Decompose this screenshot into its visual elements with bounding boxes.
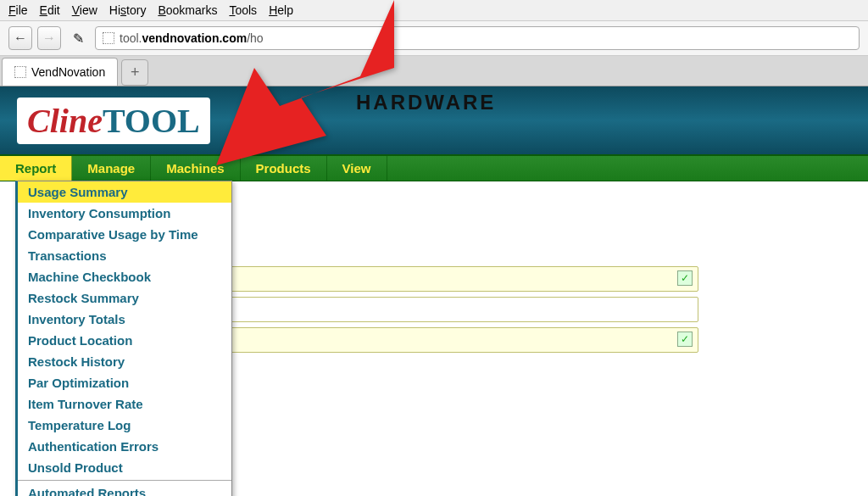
report-dropdown: Usage Summary Inventory Consumption Comp… — [15, 181, 232, 496]
dropdown-item-auth-errors[interactable]: Authentication Errors — [18, 436, 231, 457]
nav-machines[interactable]: Machines — [151, 156, 240, 181]
tabs-row: VendNovation + — [0, 56, 868, 86]
dropdown-item-temperature-log[interactable]: Temperature Log — [18, 415, 231, 436]
alert-action-button[interactable]: ✓ — [677, 332, 693, 347]
arrow-left-icon: ← — [14, 31, 27, 46]
browser-menu-bar: File Edit View History Bookmarks Tools H… — [0, 0, 868, 21]
dropdown-item-inventory-totals[interactable]: Inventory Totals — [18, 309, 231, 330]
nav-report[interactable]: Report — [0, 156, 72, 181]
dropdown-item-par-optimization[interactable]: Par Optimization — [18, 372, 231, 393]
dropdown-item-unsold-product[interactable]: Unsold Product — [18, 457, 231, 478]
alert-action-button[interactable]: ✓ — [677, 270, 693, 286]
dropdown-item-item-turnover[interactable]: Item Turnover Rate — [18, 393, 231, 415]
check-icon: ✓ — [681, 333, 689, 345]
dropdown-item-restock-history[interactable]: Restock History — [18, 351, 231, 372]
nav-products[interactable]: Products — [241, 156, 327, 181]
tab-title: VendNovation — [31, 65, 105, 79]
arrow-right-icon: → — [42, 31, 56, 46]
logo: ClineTOOL — [17, 98, 210, 144]
new-tab-button[interactable]: + — [121, 59, 148, 86]
menu-file[interactable]: File — [8, 3, 28, 17]
browser-toolbar: ← → ✎ tool.vendnovation.com/ho — [0, 21, 868, 56]
header-decor-text: HARDWARE — [356, 91, 496, 114]
pencil-icon: ✎ — [73, 31, 84, 47]
url-text: tool.vendnovation.com/ho — [120, 31, 264, 45]
dropdown-item-product-location[interactable]: Product Location — [18, 330, 231, 351]
menu-bookmarks[interactable]: Bookmarks — [158, 3, 217, 17]
dropdown-item-automated-reports[interactable]: Automated Reports — [18, 482, 231, 496]
dropdown-item-usage-summary[interactable]: Usage Summary — [18, 181, 231, 203]
app-header: ClineTOOL HARDWARE — [0, 86, 868, 154]
dropdown-item-restock-summary[interactable]: Restock Summary — [18, 287, 231, 309]
url-bar[interactable]: tool.vendnovation.com/ho — [95, 26, 860, 50]
menu-edit[interactable]: Edit — [40, 3, 60, 17]
tab-favicon-icon — [14, 66, 26, 78]
plus-icon: + — [131, 64, 140, 81]
nav-manage[interactable]: Manage — [72, 156, 151, 181]
dropdown-item-machine-checkbook[interactable]: Machine Checkbook — [18, 266, 231, 287]
edit-button[interactable]: ✎ — [66, 26, 90, 50]
main-nav: Report Manage Machines Products View — [0, 154, 868, 181]
logo-part2: TOOL — [103, 102, 200, 140]
dropdown-item-transactions[interactable]: Transactions — [18, 245, 231, 266]
dropdown-separator — [18, 480, 231, 481]
logo-part1: Cline — [27, 102, 103, 140]
menu-tools[interactable]: Tools — [229, 3, 257, 17]
back-button[interactable]: ← — [8, 26, 32, 50]
menu-history[interactable]: History — [109, 3, 147, 17]
site-icon — [103, 32, 114, 44]
forward-button[interactable]: → — [37, 26, 61, 50]
menu-view[interactable]: View — [72, 3, 97, 17]
tab-vendnovation[interactable]: VendNovation — [2, 58, 118, 86]
nav-view[interactable]: View — [327, 156, 387, 181]
dropdown-item-inventory-consumption[interactable]: Inventory Consumption — [18, 203, 231, 224]
dropdown-item-comparative-usage[interactable]: Comparative Usage by Time — [18, 224, 231, 245]
check-icon: ✓ — [681, 272, 689, 284]
menu-help[interactable]: Help — [269, 3, 293, 17]
